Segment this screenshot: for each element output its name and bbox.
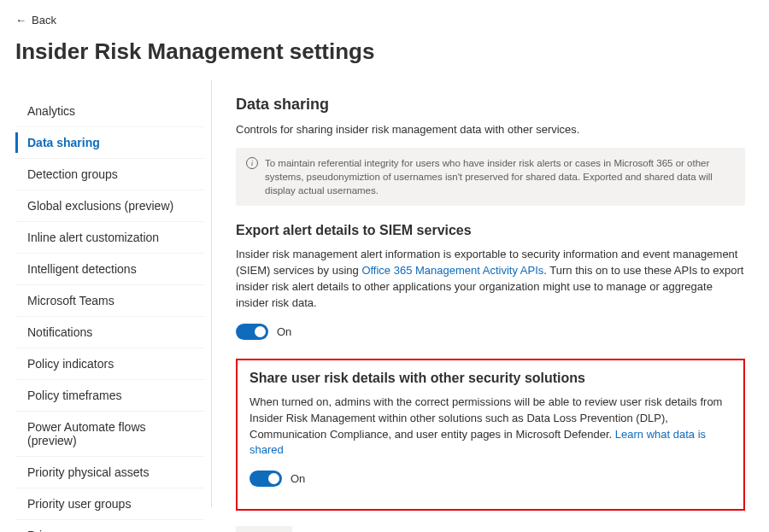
share-risk-toggle-row: On xyxy=(249,471,731,487)
sidebar-item-privacy[interactable]: Privacy xyxy=(15,520,204,532)
sidebar-item-analytics[interactable]: Analytics xyxy=(15,96,204,127)
sidebar-item-policy-timeframes[interactable]: Policy timeframes xyxy=(15,380,204,412)
sidebar-item-microsoft-teams[interactable]: Microsoft Teams xyxy=(15,285,204,317)
export-siem-desc: Insider risk management alert informatio… xyxy=(236,247,745,311)
sidebar-item-data-sharing[interactable]: Data sharing xyxy=(15,127,204,159)
sidebar-item-power-automate-flows[interactable]: Power Automate flows (preview) xyxy=(15,412,204,457)
export-siem-toggle-row: On xyxy=(236,324,745,340)
info-icon: i xyxy=(246,157,258,169)
sidebar-item-intelligent-detections[interactable]: Intelligent detections xyxy=(15,254,204,285)
export-siem-toggle[interactable] xyxy=(236,324,268,340)
page-title: Insider Risk Management settings xyxy=(0,26,769,80)
sidebar-item-notifications[interactable]: Notifications xyxy=(15,317,204,348)
sidebar-item-priority-user-groups[interactable]: Priority user groups xyxy=(15,488,204,520)
share-risk-toggle[interactable] xyxy=(249,471,282,487)
back-label: Back xyxy=(32,14,56,26)
office365-api-link[interactable]: Office 365 Management Activity APIs xyxy=(361,264,543,277)
share-risk-toggle-label: On xyxy=(291,472,305,485)
back-arrow-icon: ← xyxy=(15,14,26,26)
back-link[interactable]: ← Back xyxy=(0,0,769,26)
share-risk-title: Share user risk details with other secur… xyxy=(249,371,731,386)
sidebar: Analytics Data sharing Detection groups … xyxy=(15,80,212,507)
save-button[interactable]: Save xyxy=(236,526,292,532)
content-area: Analytics Data sharing Detection groups … xyxy=(0,80,769,532)
data-sharing-desc: Controls for sharing insider risk manage… xyxy=(236,122,745,137)
main-panel: Data sharing Controls for sharing inside… xyxy=(212,80,769,532)
sidebar-item-policy-indicators[interactable]: Policy indicators xyxy=(15,348,204,380)
info-text: To maintain referential integrity for us… xyxy=(265,156,735,197)
data-sharing-title: Data sharing xyxy=(236,96,745,114)
export-siem-toggle-label: On xyxy=(277,325,291,338)
sidebar-item-global-exclusions[interactable]: Global exclusions (preview) xyxy=(15,190,204,222)
sidebar-item-inline-alert-customization[interactable]: Inline alert customization xyxy=(15,222,204,254)
share-risk-highlight: Share user risk details with other secur… xyxy=(236,359,745,511)
info-box: i To maintain referential integrity for … xyxy=(236,148,745,206)
share-risk-desc: When turned on, admins with the correct … xyxy=(249,395,731,459)
export-siem-title: Export alert details to SIEM services xyxy=(236,223,745,238)
sidebar-item-priority-physical-assets[interactable]: Priority physical assets xyxy=(15,457,204,488)
sidebar-item-detection-groups[interactable]: Detection groups xyxy=(15,159,204,190)
